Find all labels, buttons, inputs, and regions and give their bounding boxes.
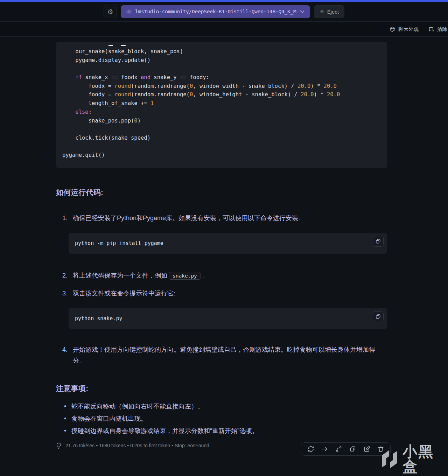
edit-button[interactable] [362,444,372,454]
branch-button[interactable] [334,444,344,454]
step-text: 开始游戏！使用方向键控制蛇的方向。避免撞到墙壁或自己，否则游戏结束。吃掉食物可以… [73,344,387,366]
clipped-code-line [62,44,381,47]
generation-stats-text: 21.76 tok/sec • 1680 tokens • 0.20s to f… [65,443,209,448]
python-code-block: our_snake(snake_block, snake_pos) pygame… [56,42,387,168]
step-number: 4. [62,344,71,366]
regenerate-button[interactable] [306,444,316,454]
chevron-down-icon [300,10,304,13]
step-1: 1. 确保已经安装了Python和Pygame库。如果没有安装，可以使用以下命令… [62,213,387,224]
model-status-icon [126,9,132,14]
inline-code-snake-py: snake.py [169,272,201,280]
chat-toolbar: 聊天外观 清除 [0,22,448,37]
steps-list: 4. 开始游戏！使用方向键控制蛇的方向。避免撞到墙壁或自己，否则游戏结束。吃掉食… [62,344,387,366]
step-text: 确保已经安装了Python和Pygame库。如果没有安装，可以使用以下命令进行安… [73,213,387,224]
step-number: 1. [62,213,71,224]
copy-button[interactable] [373,236,384,247]
step-text: 双击该文件或在命令提示符中运行它: [73,288,387,299]
run-command-block: python snake.py [69,308,387,329]
xiaoheihe-text: 小黑盒 [402,444,448,474]
continue-button[interactable] [320,444,330,454]
clear-chat-icon [428,26,434,32]
eject-label: Eject [327,9,339,15]
note-item: 食物会在窗口内随机出现。 [64,415,387,422]
settings-button[interactable]: ⚙ [104,5,117,18]
clear-chat-label: 清除 [437,26,447,33]
pip-command-text: python -m pip install pygame [75,240,163,246]
palette-icon [390,26,396,32]
eject-button[interactable]: Eject [314,5,344,18]
copy-icon [349,446,356,453]
copy-message-button[interactable] [348,444,358,454]
delete-button[interactable] [376,444,386,454]
branch-icon [335,446,342,453]
regenerate-icon [307,446,314,453]
step-2: 2. 将上述代码保存为一个文件，例如snake.py。 [62,270,387,281]
copy-button[interactable] [373,311,384,322]
eject-icon [320,9,324,14]
main-code-lines: our_snake(snake_block, snake_pos) pygame… [62,47,381,160]
xiaoheihe-watermark: 小黑盒 [381,444,448,474]
arrow-right-icon [321,446,328,453]
step-number: 2. [62,270,71,281]
copy-icon [375,314,381,320]
edit-icon [363,446,370,453]
model-name: lmstudio-community/DeepSeek-R1-Distill-Q… [135,9,296,14]
chat-message: our_snake(snake_block, snake_pos) pygame… [56,42,387,449]
run-command-text: python snake.py [75,315,122,322]
clear-chat-button[interactable]: 清除 [428,26,447,33]
how-to-run-heading: 如何运行代码: [56,188,387,197]
model-selector[interactable]: lmstudio-community/DeepSeek-R1-Distill-Q… [121,5,310,18]
steps-list: 1. 确保已经安装了Python和Pygame库。如果没有安装，可以使用以下命令… [62,213,387,224]
chat-appearance-button[interactable]: 聊天外观 [390,26,419,33]
notes-heading: 注意事项: [56,384,387,393]
step-text: 将上述代码保存为一个文件，例如snake.py。 [73,270,387,281]
titlebar: ⚙ lmstudio-community/DeepSeek-R1-Distill… [0,2,448,22]
gear-icon: ⚙ [107,8,113,16]
notes-list: 蛇不能反向移动（例如向右时不能直接向左）。 食物会在窗口内随机出现。 摸碰到边界… [64,402,387,435]
step-number: 3. [62,288,71,299]
note-item: 蛇不能反向移动（例如向右时不能直接向左）。 [64,402,387,410]
trash-icon [377,446,384,453]
note-item: 摸碰到边界或自身会导致游戏结束，并显示分数和“重新开始”选项。 [64,427,387,435]
pip-command-block: python -m pip install pygame [69,233,387,254]
step-3: 3. 双击该文件或在命令提示符中运行它: [62,288,387,299]
copy-icon [375,238,381,244]
lightbulb-icon [56,442,62,449]
steps-list: 2. 将上述代码保存为一个文件，例如snake.py。 3. 双击该文件或在命令… [62,270,387,299]
message-action-bar [301,442,391,456]
step-4: 4. 开始游戏！使用方向键控制蛇的方向。避免撞到墙壁或自己，否则游戏结束。吃掉食… [62,344,387,366]
chat-appearance-label: 聊天外观 [398,26,419,33]
